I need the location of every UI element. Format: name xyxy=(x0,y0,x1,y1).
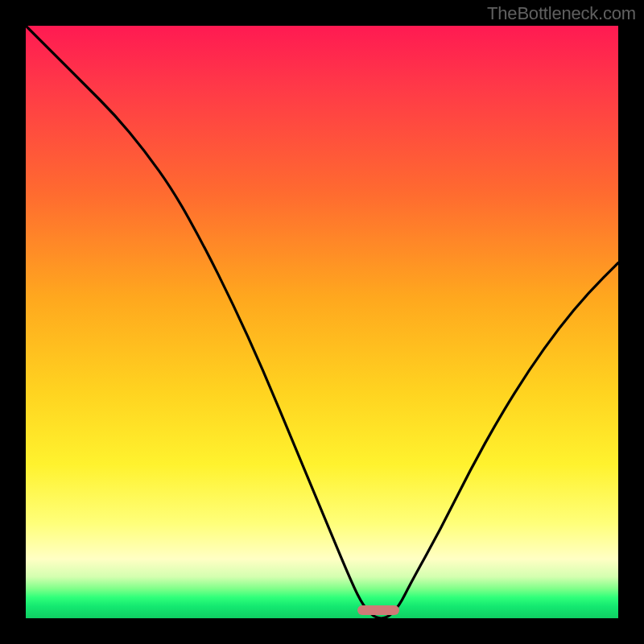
chart-frame: TheBottleneck.com xyxy=(0,0,644,644)
optimum-marker xyxy=(357,605,399,615)
bottleneck-curve xyxy=(26,26,618,618)
plot-area xyxy=(26,26,618,618)
attribution-watermark: TheBottleneck.com xyxy=(487,3,636,24)
curve-path xyxy=(26,26,618,618)
